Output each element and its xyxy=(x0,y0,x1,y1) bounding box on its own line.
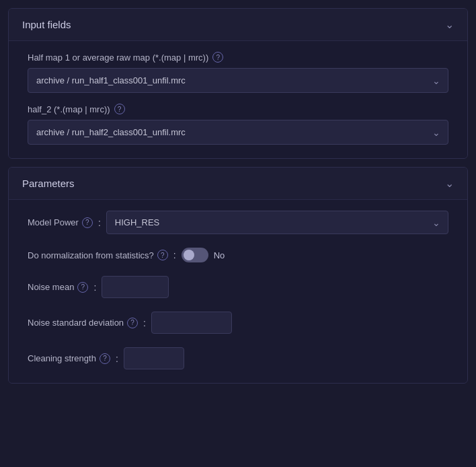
noise-std-input[interactable] xyxy=(151,312,232,334)
normalization-toggle-label: No xyxy=(214,250,225,260)
noise-mean-row: Noise mean ? : xyxy=(28,276,448,298)
half2-help-icon[interactable]: ? xyxy=(114,104,125,114)
model-power-colon: : xyxy=(98,217,101,228)
model-power-select[interactable]: HIGH_RES xyxy=(106,211,448,234)
parameters-title: Parameters xyxy=(22,178,75,189)
half2-field-group: half_2 (*.(map | mrc)) ? archive / run_h… xyxy=(28,104,448,145)
parameters-chevron-icon: ⌄ xyxy=(445,177,454,190)
main-container: Input fields ⌄ Half map 1 or average raw… xyxy=(0,0,476,392)
input-fields-header[interactable]: Input fields ⌄ xyxy=(9,9,467,40)
noise-std-colon: : xyxy=(143,318,146,328)
input-fields-chevron-icon: ⌄ xyxy=(445,18,454,31)
model-power-label: Model Power ? xyxy=(28,217,93,228)
cleaning-strength-help-icon[interactable]: ? xyxy=(100,353,110,364)
noise-std-label: Noise standard deviation ? xyxy=(28,318,138,328)
noise-std-help-icon[interactable]: ? xyxy=(127,318,138,328)
normalization-label-text: Do normalization from statistics? xyxy=(28,250,154,260)
input-fields-section: Input fields ⌄ Half map 1 or average raw… xyxy=(8,8,468,159)
half1-select-wrapper: archive / run_half1_class001_unfil.mrc ⌄ xyxy=(28,68,448,93)
input-fields-title: Input fields xyxy=(22,19,71,30)
model-power-label-text: Model Power xyxy=(28,217,79,227)
half1-select[interactable]: archive / run_half1_class001_unfil.mrc xyxy=(28,68,448,93)
parameters-section: Parameters ⌄ Model Power ? : HIGH_RES ⌄ xyxy=(8,167,468,384)
normalization-colon: : xyxy=(173,250,176,260)
noise-mean-label: Noise mean ? xyxy=(28,282,88,293)
noise-mean-label-text: Noise mean xyxy=(28,282,74,292)
half1-field-group: Half map 1 or average raw map (*.(map | … xyxy=(28,52,448,93)
noise-mean-colon: : xyxy=(93,282,96,293)
cleaning-strength-label-text: Cleaning strength xyxy=(28,353,96,363)
half2-select-wrapper: archive / run_half2_class001_unfil.mrc ⌄ xyxy=(28,120,448,145)
noise-mean-help-icon[interactable]: ? xyxy=(77,282,88,293)
half1-label: Half map 1 or average raw map (*.(map | … xyxy=(28,52,448,63)
toggle-slider xyxy=(182,248,208,262)
cleaning-strength-colon: : xyxy=(116,353,118,364)
normalization-row: Do normalization from statistics? ? : No xyxy=(28,248,448,262)
model-power-help-icon[interactable]: ? xyxy=(82,217,93,228)
noise-std-row: Noise standard deviation ? : xyxy=(28,312,448,334)
normalization-label: Do normalization from statistics? ? xyxy=(28,250,168,260)
normalization-toggle-wrapper: No xyxy=(182,248,225,262)
parameters-content: Model Power ? : HIGH_RES ⌄ Do normalizat… xyxy=(9,199,467,383)
noise-mean-input[interactable] xyxy=(102,276,169,298)
cleaning-strength-input[interactable] xyxy=(124,347,184,369)
input-fields-content: Half map 1 or average raw map (*.(map | … xyxy=(9,40,467,158)
half2-label: half_2 (*.(map | mrc)) ? xyxy=(28,104,448,114)
half2-label-text: half_2 (*.(map | mrc)) xyxy=(28,104,110,114)
model-power-select-wrapper: HIGH_RES ⌄ xyxy=(106,211,448,234)
model-power-row: Model Power ? : HIGH_RES ⌄ xyxy=(28,211,448,234)
normalization-help-icon[interactable]: ? xyxy=(157,250,168,260)
cleaning-strength-label: Cleaning strength ? xyxy=(28,353,110,364)
half1-label-text: Half map 1 or average raw map (*.(map | … xyxy=(28,52,208,63)
parameters-header[interactable]: Parameters ⌄ xyxy=(9,168,467,199)
half2-select[interactable]: archive / run_half2_class001_unfil.mrc xyxy=(28,120,448,145)
noise-std-label-text: Noise standard deviation xyxy=(28,318,124,328)
normalization-toggle[interactable] xyxy=(182,248,208,262)
half1-help-icon[interactable]: ? xyxy=(212,52,223,63)
cleaning-strength-row: Cleaning strength ? : xyxy=(28,347,448,369)
